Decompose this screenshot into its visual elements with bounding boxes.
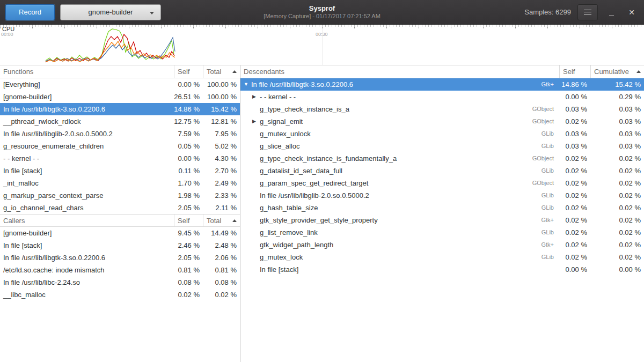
row-function-name: g_markup_parse_context_parse: [0, 189, 174, 202]
hamburger-icon: [584, 12, 591, 12]
cpu-timeline[interactable]: CPU 00:00 00:30: [0, 25, 644, 65]
menu-button[interactable]: [577, 4, 598, 20]
row-total-percent: 2.48 %: [203, 239, 240, 252]
row-self-percent: 0.02 %: [559, 189, 590, 202]
row-function-name: g_signal_emit: [260, 115, 303, 128]
callers-row[interactable]: In file [stack]2.46 %2.48 %: [0, 239, 240, 252]
row-cumulative-percent: 0.02 %: [590, 152, 644, 165]
record-button[interactable]: Record: [5, 4, 55, 20]
row-self-percent: 0.81 %: [174, 264, 203, 276]
descendants-row[interactable]: g_slice_allocGLib0.03 %0.03 %: [240, 140, 644, 152]
callers-self-column-header[interactable]: Self: [174, 215, 203, 226]
row-function-name: g_param_spec_get_redirect_target: [260, 177, 368, 189]
library-tag: GObject: [532, 115, 559, 128]
descendants-row[interactable]: g_mutex_lockGLib0.02 %0.02 %: [240, 251, 644, 263]
process-selector-button[interactable]: gnome-builder: [60, 4, 161, 20]
descendants-name-cell: g_list_remove_linkGLib: [240, 226, 559, 239]
minimize-button[interactable]: [604, 5, 618, 19]
titlebar-left: Record gnome-builder: [5, 4, 161, 20]
functions-column-header[interactable]: Functions: [0, 65, 174, 78]
row-function-name: /etc/ld.so.cache: inode mismatch: [0, 264, 174, 276]
row-cumulative-percent: 0.02 %: [590, 226, 644, 239]
row-total-percent: 0.08 %: [203, 276, 240, 289]
functions-row[interactable]: __pthread_rwlock_rdlock12.75 %12.81 %: [0, 115, 240, 128]
row-self-percent: 9.45 %: [174, 227, 203, 239]
descendants-name-cell: g_type_check_instance_is_aGObject: [240, 103, 559, 115]
timeline-ruler-ticks: [0, 25, 644, 29]
callers-row[interactable]: In file /usr/lib/libc-2.24.so0.08 %0.08 …: [0, 276, 240, 289]
row-self-percent: 0.11 %: [174, 165, 203, 177]
descendants-row[interactable]: g_mutex_unlockGLib0.03 %0.03 %: [240, 128, 644, 140]
descendants-name-cell: g_type_check_instance_is_fundamentally_a…: [240, 152, 559, 165]
functions-row[interactable]: g_io_channel_read_chars2.05 %2.11 %: [0, 202, 240, 214]
descendants-row[interactable]: g_param_spec_get_redirect_targetGObject0…: [240, 177, 644, 189]
row-cumulative-percent: 0.02 %: [590, 202, 644, 214]
row-total-percent: 4.30 %: [203, 152, 240, 165]
descendants-row[interactable]: gtk_widget_path_lengthGtk+0.02 %0.02 %: [240, 239, 644, 251]
callers-column-header[interactable]: Callers: [0, 215, 174, 226]
functions-row[interactable]: In file [stack]0.11 %2.70 %: [0, 165, 240, 177]
expander-closed-icon[interactable]: ▶: [252, 91, 260, 103]
descendants-name-cell: ▼In file /usr/lib/libgtk-3.so.0.2200.6Gt…: [240, 78, 559, 91]
descendants-row[interactable]: In file /usr/lib/libglib-2.0.so.0.5000.2…: [240, 189, 644, 202]
functions-row[interactable]: g_resource_enumerate_children0.05 %5.02 …: [0, 140, 240, 152]
row-self-percent: 0.00 %: [559, 263, 590, 276]
callers-row[interactable]: __libc_malloc0.02 %0.02 %: [0, 289, 240, 301]
functions-row[interactable]: - - kernel - -0.00 %4.30 %: [0, 152, 240, 165]
descendants-name-cell: gtk_widget_path_lengthGtk+: [240, 239, 559, 251]
descendants-row[interactable]: ▶- - kernel - -0.00 %0.29 %: [240, 91, 644, 103]
descendants-row[interactable]: g_type_check_instance_is_fundamentally_a…: [240, 152, 644, 165]
row-total-percent: 7.95 %: [203, 128, 240, 140]
library-tag: GObject: [532, 152, 559, 165]
row-function-name: In file /usr/lib/libgtk-3.so.0.2200.6: [0, 103, 174, 115]
functions-row[interactable]: In file /usr/lib/libglib-2.0.so.0.5000.2…: [0, 128, 240, 140]
row-self-percent: 26.51 %: [174, 91, 203, 103]
descendants-row[interactable]: In file [stack]0.00 %0.00 %: [240, 263, 644, 276]
samples-count: Samples: 6299: [524, 8, 571, 16]
row-function-name: g_type_check_instance_is_fundamentally_a: [260, 152, 397, 165]
library-tag: GLib: [541, 202, 559, 214]
callers-row[interactable]: /etc/ld.so.cache: inode mismatch0.81 %0.…: [0, 264, 240, 276]
callers-row[interactable]: [gnome-builder]9.45 %14.49 %: [0, 227, 240, 239]
row-function-name: In file /usr/lib/libgtk-3.so.0.2200.6: [0, 252, 174, 264]
descendants-row[interactable]: gtk_style_provider_get_style_propertyGtk…: [240, 214, 644, 226]
descendants-row[interactable]: g_list_remove_linkGLib0.02 %0.02 %: [240, 226, 644, 239]
descendants-row[interactable]: ▼In file /usr/lib/libgtk-3.so.0.2200.6Gt…: [240, 78, 644, 91]
row-cumulative-percent: 0.02 %: [590, 177, 644, 189]
descendants-self-column-header[interactable]: Self: [559, 65, 590, 78]
left-pane: Functions Self Total [Everything]0.00 %1…: [0, 65, 240, 362]
row-total-percent: 0.02 %: [203, 289, 240, 301]
descendants-row[interactable]: g_datalist_id_set_data_fullGLib0.02 %0.0…: [240, 165, 644, 177]
library-tag: Gtk+: [541, 78, 559, 91]
descendants-name-cell: ▶- - kernel - -: [240, 91, 559, 103]
row-self-percent: 0.02 %: [559, 177, 590, 189]
descendants-row[interactable]: g_type_check_instance_is_aGObject0.03 %0…: [240, 103, 644, 115]
row-cumulative-percent: 0.03 %: [590, 115, 644, 128]
row-self-percent: 0.02 %: [559, 202, 590, 214]
callers-row[interactable]: In file /usr/lib/libgtk-3.so.0.2200.62.0…: [0, 252, 240, 264]
row-cumulative-percent: 0.03 %: [590, 140, 644, 152]
descendants-column-header[interactable]: Descendants: [240, 65, 559, 78]
functions-row[interactable]: [Everything]0.00 %100.00 %: [0, 78, 240, 91]
close-button[interactable]: ✕: [625, 5, 639, 19]
functions-total-column-header[interactable]: Total: [203, 65, 240, 78]
functions-total-label: Total: [207, 68, 221, 76]
functions-self-column-header[interactable]: Self: [174, 65, 203, 78]
library-tag: GLib: [541, 251, 559, 263]
expander-open-icon[interactable]: ▼: [244, 78, 251, 91]
library-tag: GObject: [532, 103, 559, 115]
descendants-cumulative-label: Cumulative: [594, 68, 629, 76]
callers-total-column-header[interactable]: Total: [203, 215, 240, 226]
descendants-cumulative-column-header[interactable]: Cumulative: [590, 65, 644, 78]
functions-row[interactable]: [gnome-builder]26.51 %100.00 %: [0, 91, 240, 103]
expander-closed-icon[interactable]: ▶: [252, 115, 260, 128]
window-subtitle: [Memory Capture] - 01/17/2017 07:21:52 A…: [264, 13, 380, 20]
library-tag: GLib: [541, 128, 559, 140]
row-self-percent: 0.00 %: [174, 78, 203, 91]
functions-row[interactable]: In file /usr/lib/libgtk-3.so.0.2200.614.…: [0, 103, 240, 115]
functions-row[interactable]: g_markup_parse_context_parse1.98 %2.33 %: [0, 189, 240, 202]
descendants-row[interactable]: g_hash_table_sizeGLib0.02 %0.02 %: [240, 202, 644, 214]
row-function-name: In file [stack]: [0, 165, 174, 177]
descendants-row[interactable]: ▶g_signal_emitGObject0.02 %0.03 %: [240, 115, 644, 128]
functions-row[interactable]: _int_malloc1.70 %2.49 %: [0, 177, 240, 189]
